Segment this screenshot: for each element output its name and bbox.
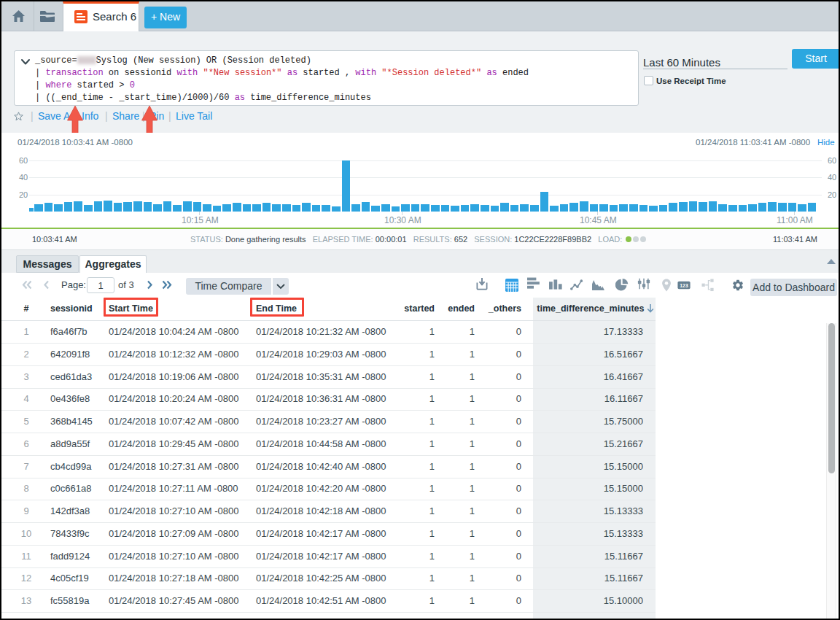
- svg-text:123: 123: [680, 283, 688, 288]
